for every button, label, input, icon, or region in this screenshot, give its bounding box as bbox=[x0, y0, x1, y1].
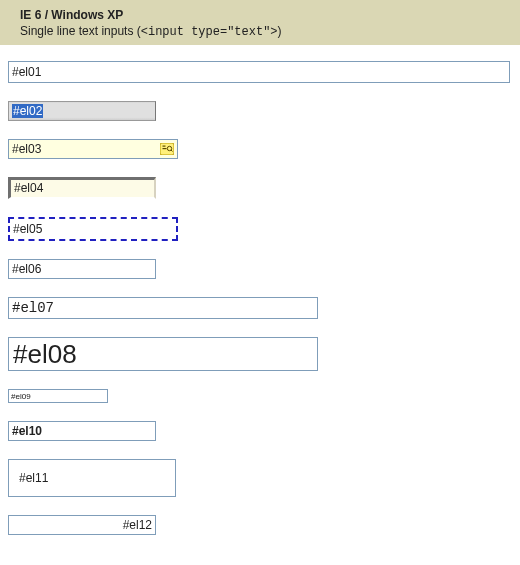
svg-rect-2 bbox=[163, 148, 167, 149]
platform-label: IE 6 / Windows XP bbox=[20, 8, 508, 22]
input-el07[interactable] bbox=[8, 297, 318, 319]
input-el02-selection: #el02 bbox=[12, 104, 43, 118]
input-el05[interactable] bbox=[8, 217, 178, 241]
input-el03-value: #el03 bbox=[12, 142, 159, 156]
input-el10[interactable] bbox=[8, 421, 156, 441]
input-el08[interactable] bbox=[8, 337, 318, 371]
header: IE 6 / Windows XP Single line text input… bbox=[0, 0, 520, 45]
input-el03[interactable]: #el03 bbox=[8, 139, 178, 159]
autocomplete-icon bbox=[159, 142, 175, 156]
subtitle-code: <input type="text"> bbox=[141, 25, 278, 39]
input-el12[interactable] bbox=[8, 515, 156, 535]
content: #el02 #el03 #el04 bbox=[0, 45, 520, 565]
input-el09[interactable] bbox=[8, 389, 108, 403]
subtitle: Single line text inputs (<input type="te… bbox=[20, 24, 508, 39]
input-el02[interactable]: #el02 bbox=[8, 101, 156, 121]
svg-rect-1 bbox=[163, 146, 166, 147]
subtitle-prefix: Single line text inputs ( bbox=[20, 24, 141, 38]
input-el04-value: #el04 bbox=[14, 181, 43, 195]
input-el11[interactable] bbox=[8, 459, 176, 497]
input-el06[interactable] bbox=[8, 259, 156, 279]
input-el01[interactable] bbox=[8, 61, 510, 83]
subtitle-suffix: ) bbox=[278, 24, 282, 38]
input-el04[interactable]: #el04 bbox=[8, 177, 156, 199]
